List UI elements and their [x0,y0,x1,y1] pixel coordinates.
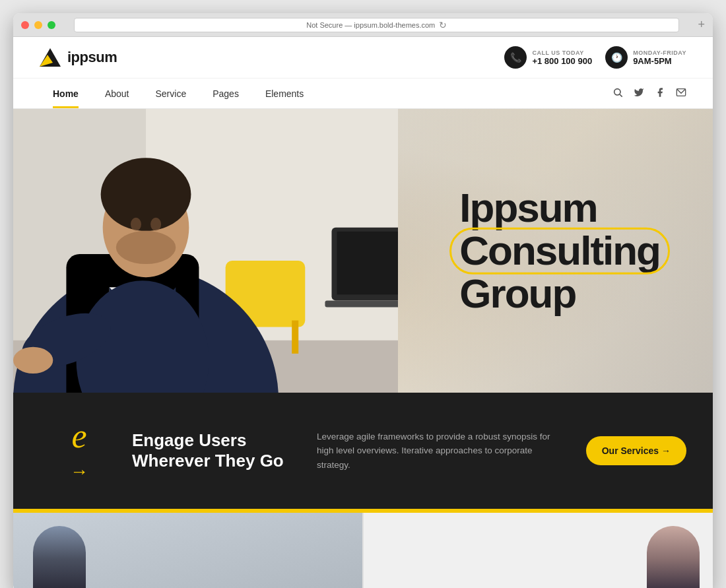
banner-letter: e [71,419,86,453]
banner-title: Engage Users Wherever They Go [119,430,290,471]
nav-item-home[interactable]: Home [40,79,92,108]
logo-icon [40,48,61,67]
hero-section: Ippsum Consulting Group [13,109,713,393]
svg-point-24 [13,347,53,374]
preview-card-1 [13,513,362,588]
svg-point-2 [614,89,620,95]
browser-titlebar: Not Secure — ippsum.bold-themes.com ↻ + [13,13,713,37]
preview-person-1 [33,526,86,588]
top-header: ippsum 📞 CALL US TODAY +1 800 100 900 🕐 … [13,37,713,79]
new-tab-button[interactable]: + [698,18,705,32]
hero-title-line1: Ippsum [459,186,660,229]
preview-person-2 [647,526,700,588]
hours-contact: 🕐 MONDAY-FRIDAY 9AM-5PM [605,46,686,69]
svg-point-26 [150,218,161,231]
header-right: 📞 CALL US TODAY +1 800 100 900 🕐 MONDAY-… [504,46,686,69]
logo-area[interactable]: ippsum [40,48,117,67]
preview-card-2 [362,513,713,588]
banner-description: Leverage agile frameworks to provide a r… [290,430,586,473]
clock-icon: 🕐 [605,46,628,69]
nav-item-service[interactable]: Service [143,79,200,108]
bottom-preview [13,513,713,588]
logo-text: ippsum [67,49,117,66]
browser-window: Not Secure — ippsum.bold-themes.com ↻ + … [13,13,713,588]
svg-point-17 [101,158,191,231]
svg-point-27 [116,231,176,264]
hero-title: Ippsum Consulting Group [459,186,660,315]
hero-title-line3: Group [459,273,660,315]
close-button[interactable] [21,21,29,29]
nav-item-about[interactable]: About [92,79,143,108]
svg-rect-12 [337,232,398,294]
facebook-icon[interactable] [655,87,665,100]
email-icon[interactable] [676,87,686,100]
nav-item-pages[interactable]: Pages [199,79,252,108]
nav-icons [612,87,686,100]
banner-cta[interactable]: Our Services → [586,436,686,465]
website-content: ippsum 📞 CALL US TODAY +1 800 100 900 🕐 … [13,37,713,588]
svg-rect-13 [325,300,398,307]
svg-rect-10 [292,321,298,354]
twitter-icon[interactable] [634,87,644,100]
hero-title-line2: Consulting [459,229,660,272]
nav-item-elements[interactable]: Elements [252,79,317,108]
navbar: Home About Service Pages Elements [13,79,713,109]
svg-line-3 [620,94,622,97]
svg-point-25 [131,218,141,231]
hero-image [13,109,398,393]
hero-content: Ippsum Consulting Group [459,186,660,315]
phone-contact: 📞 CALL US TODAY +1 800 100 900 [504,46,592,69]
phone-text: CALL US TODAY +1 800 100 900 [532,49,592,66]
maximize-button[interactable] [48,21,55,29]
phone-icon: 📞 [504,46,527,69]
hours-text: MONDAY-FRIDAY 9AM-5PM [633,49,686,66]
address-bar[interactable]: Not Secure — ippsum.bold-themes.com ↻ [74,18,679,32]
reload-icon[interactable]: ↻ [439,20,447,30]
banner-arrow-icon: → [70,461,88,482]
banner-icon-area: e → [40,419,119,482]
nav-links: Home About Service Pages Elements [40,79,317,108]
minimize-button[interactable] [34,21,42,29]
cta-button[interactable]: Our Services → [586,436,686,465]
search-icon[interactable] [612,87,623,100]
dark-banner: e → Engage Users Wherever They Go Levera… [13,393,713,509]
